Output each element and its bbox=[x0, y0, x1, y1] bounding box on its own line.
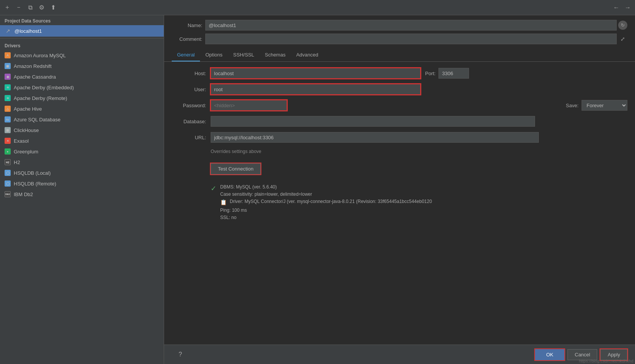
copy-icon[interactable]: ⧉ bbox=[26, 3, 34, 12]
ibm-db2-icon: DB2 bbox=[5, 191, 11, 197]
sidebar-item-amazon-aurora[interactable]: A Amazon Aurora MySQL bbox=[0, 50, 164, 61]
amazon-redshift-icon: ▦ bbox=[5, 63, 11, 69]
sidebar-item-hsqldb-remote[interactable]: ◯ HSQLDB (Remote) bbox=[0, 178, 164, 189]
expand-icon[interactable]: ⤢ bbox=[618, 34, 627, 43]
tab-schemas[interactable]: Schemas bbox=[259, 49, 291, 61]
url-label: URL: bbox=[172, 135, 206, 140]
tab-advanced[interactable]: Advanced bbox=[291, 49, 324, 61]
sidebar-item-apache-derby-emb[interactable]: ≋ Apache Derby (Embedded) bbox=[0, 82, 164, 93]
sidebar-item-azure-sql[interactable]: Az Azure SQL Database bbox=[0, 114, 164, 125]
password-label: Password: bbox=[172, 103, 206, 108]
tab-content-general: Host: Port: User: Password: bbox=[164, 62, 635, 345]
name-label: Name: bbox=[172, 23, 202, 28]
override-note: Overrides settings above bbox=[211, 149, 627, 154]
conn-ssl-text: SSL: no bbox=[220, 214, 432, 221]
localhost-db-icon: ↗ bbox=[5, 27, 11, 34]
sidebar-item-greenplum[interactable]: ● Greenplum bbox=[0, 146, 164, 157]
password-input[interactable] bbox=[211, 100, 287, 111]
comment-input[interactable] bbox=[205, 34, 617, 44]
hsqldb-remote-label: HSQLDB (Remote) bbox=[14, 181, 56, 187]
amazon-aurora-icon: A bbox=[5, 52, 11, 58]
hsqldb-remote-icon: ◯ bbox=[5, 180, 11, 187]
host-input[interactable] bbox=[211, 68, 421, 79]
import-icon[interactable]: ⬆ bbox=[49, 3, 57, 12]
watermark: https://blog.csdn.net/nkdhkhd bbox=[579, 359, 633, 363]
test-conn-wrap: Test Connection bbox=[211, 163, 627, 174]
sidebar-item-hsqldb-local[interactable]: ◯ HSQLDB (Local) bbox=[0, 168, 164, 178]
sidebar-item-clickhouse[interactable]: ▦ ClickHouse bbox=[0, 125, 164, 135]
ibm-db2-label: IBM Db2 bbox=[14, 192, 33, 197]
clickhouse-label: ClickHouse bbox=[14, 127, 39, 133]
user-input[interactable] bbox=[211, 84, 421, 95]
sidebar-item-exasol[interactable]: ✕ Exasol bbox=[0, 135, 164, 146]
drivers-title: Drivers bbox=[0, 40, 164, 50]
add-icon[interactable]: ＋ bbox=[3, 3, 11, 12]
bottom-bar: ? OK Cancel Apply bbox=[164, 345, 635, 364]
tabs: General Options SSH/SSL Schemas Advanced bbox=[164, 49, 635, 62]
apache-derby-rem-icon: ≋ bbox=[5, 95, 11, 101]
help-button[interactable]: ? bbox=[172, 349, 189, 360]
form-header: Name: ↻ Comment: ⤢ bbox=[164, 15, 635, 44]
conn-dbms-text: DBMS: MySQL (ver. 5.6.40) bbox=[220, 184, 432, 191]
conn-info-block: DBMS: MySQL (ver. 5.6.40) Case sensitivi… bbox=[220, 184, 432, 221]
password-row: Password: Save: Forever Until restart Ne… bbox=[172, 100, 627, 111]
name-row: Name: ↻ bbox=[172, 20, 627, 31]
conn-case-text: Case sensitivity: plain=lower, delimited… bbox=[220, 191, 432, 198]
tab-options[interactable]: Options bbox=[200, 49, 228, 61]
conn-info-icon: 📋 bbox=[220, 198, 227, 206]
apache-cassandra-label: Apache Cassandra bbox=[14, 74, 56, 80]
general-form: Host: Port: User: Password: bbox=[172, 68, 627, 221]
sidebar-item-localhost1[interactable]: ↗ @localhost1 bbox=[0, 25, 164, 37]
save-wrap: Save: Forever Until restart Never bbox=[566, 100, 627, 111]
exasol-icon: ✕ bbox=[5, 138, 11, 144]
user-label: User: bbox=[172, 87, 206, 92]
back-icon[interactable]: ← bbox=[612, 3, 620, 12]
save-select[interactable]: Forever Until restart Never bbox=[582, 100, 627, 111]
tab-general[interactable]: General bbox=[172, 49, 200, 61]
host-row: Host: Port: bbox=[172, 68, 627, 79]
apache-derby-emb-icon: ≋ bbox=[5, 84, 11, 90]
reload-icon[interactable]: ↻ bbox=[618, 21, 627, 30]
database-input[interactable] bbox=[211, 116, 535, 127]
sidebar-item-ibm-db2[interactable]: DB2 IBM Db2 bbox=[0, 189, 164, 200]
sidebar-item-apache-derby-rem[interactable]: ≋ Apache Derby (Remote) bbox=[0, 93, 164, 103]
sidebar-item-apache-cassandra[interactable]: ◉ Apache Cassandra bbox=[0, 71, 164, 82]
hsqldb-local-icon: ◯ bbox=[5, 170, 11, 176]
azure-sql-icon: Az bbox=[5, 116, 11, 122]
exasol-label: Exasol bbox=[14, 138, 29, 144]
content-panel: Name: ↻ Comment: ⤢ General Options SSH/S… bbox=[164, 15, 635, 364]
tab-sshssl[interactable]: SSH/SSL bbox=[228, 49, 259, 61]
name-input[interactable] bbox=[205, 20, 617, 31]
comment-input-wrap: ⤢ bbox=[205, 34, 627, 44]
amazon-aurora-label: Amazon Aurora MySQL bbox=[14, 53, 66, 58]
project-sources-title: Project Data Sources bbox=[0, 15, 164, 25]
port-wrap: Port: bbox=[425, 68, 469, 79]
url-input[interactable] bbox=[211, 132, 539, 143]
localhost1-label: @localhost1 bbox=[15, 28, 42, 34]
port-label: Port: bbox=[425, 71, 435, 76]
greenplum-label: Greenplum bbox=[14, 149, 38, 155]
test-connection-button[interactable]: Test Connection bbox=[211, 163, 261, 174]
conn-check-icon: ✓ bbox=[211, 184, 216, 193]
sidebar-item-apache-hive[interactable]: △ Apache Hive bbox=[0, 103, 164, 114]
conn-result: ✓ DBMS: MySQL (ver. 5.6.40) Case sensiti… bbox=[211, 184, 627, 221]
h2-label: H2 bbox=[14, 159, 20, 165]
comment-row: Comment: ⤢ bbox=[172, 34, 627, 44]
minus-icon[interactable]: － bbox=[15, 3, 23, 12]
sidebar: Project Data Sources ↗ @localhost1 Drive… bbox=[0, 15, 164, 364]
greenplum-icon: ● bbox=[5, 148, 11, 155]
azure-sql-label: Azure SQL Database bbox=[14, 117, 60, 122]
forward-icon[interactable]: → bbox=[624, 3, 632, 12]
apache-derby-emb-label: Apache Derby (Embedded) bbox=[14, 85, 74, 90]
url-row: URL: bbox=[172, 132, 627, 143]
hsqldb-local-label: HSQLDB (Local) bbox=[14, 170, 51, 176]
apache-hive-icon: △ bbox=[5, 106, 11, 112]
settings-icon[interactable]: ⚙ bbox=[37, 3, 46, 12]
host-label: Host: bbox=[172, 71, 206, 76]
sidebar-item-amazon-redshift[interactable]: ▦ Amazon Redshift bbox=[0, 61, 164, 71]
port-input[interactable] bbox=[438, 68, 469, 79]
conn-ping-text: Ping: 100 ms bbox=[220, 207, 432, 214]
ok-button[interactable]: OK bbox=[535, 349, 564, 360]
sidebar-item-h2[interactable]: H2 H2 bbox=[0, 157, 164, 168]
save-label: Save: bbox=[566, 103, 579, 108]
